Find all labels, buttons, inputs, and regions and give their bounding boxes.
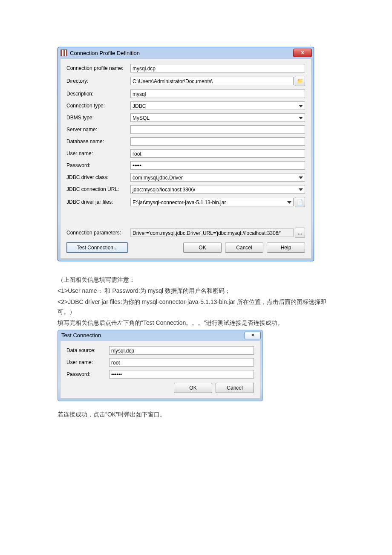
title-bar: Connection Profile Definition x <box>58 47 314 58</box>
conn-url-select[interactable]: jdbc:mysql://localhost:3306/ <box>130 185 305 194</box>
user-name-label: User name: <box>66 359 109 365</box>
close-button[interactable]: x <box>293 49 312 57</box>
conn-params-label: Connection parameters: <box>66 230 130 236</box>
ok-button[interactable]: OK <box>183 243 222 253</box>
help-button[interactable]: Help <box>267 243 305 253</box>
profile-name-input[interactable]: mysql.dcp <box>130 64 305 72</box>
doc-text: 填写完相关信息后点击左下角的"Test Connection。。。"进行测试连接… <box>58 318 334 328</box>
dialog-title: Connection Profile Definition <box>70 50 293 56</box>
conn-params-more-button[interactable]: ... <box>295 228 305 238</box>
db-name-label: Database name: <box>66 139 130 145</box>
jar-files-select[interactable]: E:\jar\mysql-connector-java-5.1.13-bin.j… <box>130 198 294 206</box>
description-input[interactable]: mysql <box>130 90 305 98</box>
password-label: Password: <box>66 371 109 377</box>
conn-url-label: JDBC connection URL: <box>66 186 130 192</box>
driver-class-select[interactable]: com.mysql.jdbc.Driver <box>130 173 305 182</box>
close-button[interactable]: ✕ <box>245 332 261 339</box>
description-label: Description: <box>66 91 130 97</box>
directory-label: Directory: <box>66 78 130 84</box>
dialog-body: Data source: mysql.dcp User name: root P… <box>60 341 260 399</box>
password-input[interactable]: ••••• <box>130 161 305 170</box>
conn-type-label: Connection type: <box>66 103 130 109</box>
doc-text: <1>User name： 和 Password:为 mysql 数据库的用户名… <box>58 286 334 296</box>
server-name-input[interactable] <box>130 125 305 134</box>
doc-text: 若连接成功，点击"OK"时弹出如下窗口。 <box>58 410 334 420</box>
user-name-input[interactable]: root <box>130 149 305 158</box>
ok-button[interactable]: OK <box>174 383 212 393</box>
user-name-input[interactable]: root <box>109 358 254 367</box>
dbms-type-select[interactable]: MySQL <box>130 113 305 122</box>
db-name-input[interactable] <box>130 137 305 146</box>
dbms-type-label: DBMS type: <box>66 115 130 121</box>
app-icon <box>61 49 67 56</box>
profile-name-label: Connection profile name: <box>66 65 130 71</box>
driver-class-label: JDBC driver class: <box>66 174 130 180</box>
directory-input[interactable]: C:\Users\Administrator\Documents\ <box>130 77 294 85</box>
password-input[interactable]: •••••• <box>109 370 254 379</box>
conn-params-value: Driver='com.mysql.jdbc.Driver',URL='jdbc… <box>130 228 294 237</box>
cancel-button[interactable]: Cancel <box>225 243 263 253</box>
data-source-label: Data source: <box>66 347 109 353</box>
user-name-label: User name: <box>66 150 130 156</box>
jar-files-label: JDBC driver jar files: <box>66 199 130 205</box>
connection-profile-dialog: Connection Profile Definition x Connecti… <box>58 47 314 261</box>
dialog-title: Test Connection <box>61 332 245 338</box>
browse-jar-button[interactable]: 📄 <box>295 197 305 207</box>
conn-type-select[interactable]: JDBC <box>130 101 305 110</box>
test-connection-dialog: Test Connection ✕ Data source: mysql.dcp… <box>58 330 263 401</box>
password-label: Password: <box>66 162 130 168</box>
dialog-body: Connection profile name: mysql.dcp Direc… <box>60 58 311 259</box>
title-bar: Test Connection ✕ <box>58 330 262 341</box>
doc-text: （上图相关信息填写需注意： <box>58 275 334 285</box>
data-source-input[interactable]: mysql.dcp <box>109 346 254 355</box>
cancel-button[interactable]: Cancel <box>216 383 254 393</box>
test-connection-button[interactable]: Test Connection... <box>66 242 128 253</box>
browse-folder-button[interactable]: 📁 <box>295 76 305 86</box>
server-name-label: Server name: <box>66 127 130 133</box>
doc-text: <2>JDBC driver jar files:为你的 mysql-conne… <box>58 297 334 318</box>
